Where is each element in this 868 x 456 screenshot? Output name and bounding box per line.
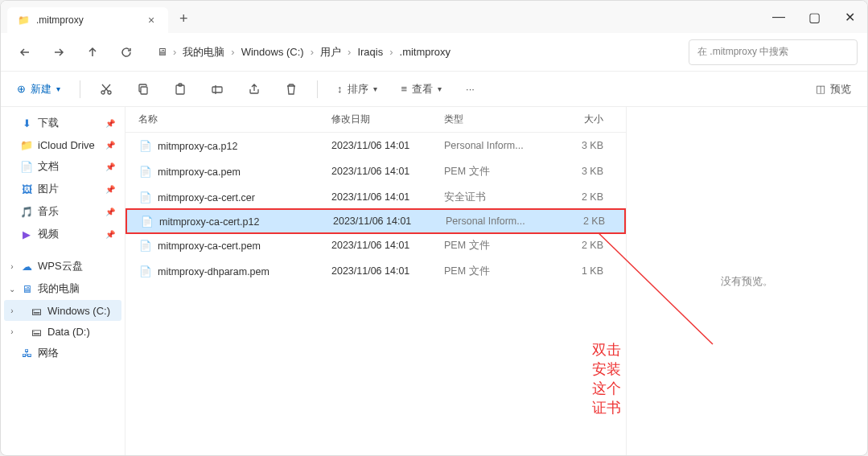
crumb-2[interactable]: 用户 (315, 42, 346, 63)
file-type: Personal Inform... (439, 140, 560, 151)
annotation-text: 双击安装这个证书 (592, 340, 626, 417)
crumb-0[interactable]: 我的电脑 (178, 42, 229, 63)
chevron-right-icon[interactable]: › (7, 262, 17, 271)
crumb-4[interactable]: .mitmproxy (395, 43, 456, 61)
nav-forward-button[interactable] (44, 38, 73, 67)
separator (80, 80, 80, 98)
chevron-down-icon: ▾ (56, 84, 60, 93)
file-icon: 📄 (138, 138, 153, 153)
svg-point-0 (101, 91, 105, 94)
pc-icon[interactable]: 🖥 (152, 38, 171, 67)
file-name: mitmproxy-ca-cert.pem (158, 240, 261, 252)
titlebar: 📁 .mitmproxy × + — ▢ ✕ (1, 1, 867, 33)
sidebar-item-mypc[interactable]: ⌄🖥我的电脑 (4, 277, 121, 300)
breadcrumb: 🖥 › 我的电脑 › Windows (C:) › 用户 › Iraqis › … (146, 38, 684, 67)
file-date: 2023/11/06 14:01 (327, 140, 439, 151)
file-name: mitmproxy-dhparam.pem (158, 266, 269, 277)
new-button[interactable]: ⊕ 新建 ▾ (12, 79, 65, 100)
file-size: 2 KB (560, 240, 608, 251)
pc-icon: 🖥 (20, 282, 33, 295)
close-button[interactable]: ✕ (832, 4, 867, 30)
view-button[interactable]: ≡ 查看 ▾ (397, 79, 447, 100)
col-date[interactable]: 修改日期 (327, 113, 439, 126)
more-button[interactable]: ··· (461, 80, 479, 98)
chevron-down-icon[interactable]: ⌄ (7, 285, 17, 294)
chevron-right-icon[interactable]: › (7, 327, 17, 336)
chevron-right-icon: › (229, 46, 236, 58)
sort-icon: ↕ (337, 83, 343, 95)
file-icon: 📄 (140, 214, 154, 228)
nav-back-button[interactable] (10, 38, 39, 67)
svg-point-1 (108, 91, 111, 94)
sidebar-item-documents[interactable]: 📄文档📌 (4, 155, 121, 178)
chevron-right-icon[interactable]: › (7, 306, 17, 315)
maximize-button[interactable]: ▢ (796, 4, 832, 30)
file-name: mitmproxy-ca-cert.p12 (159, 216, 259, 228)
sidebar-item-music[interactable]: 🎵音乐📌 (4, 200, 121, 223)
sidebar-item-downloads[interactable]: ⬇下载📌 (4, 112, 121, 134)
disk-icon: 🖴 (30, 325, 43, 338)
tab-close-icon[interactable]: × (144, 14, 158, 27)
file-row[interactable]: 📄mitmproxy-ca.pem2023/11/06 14:01PEM 文件3… (125, 158, 626, 184)
picture-icon: 🖼 (20, 183, 33, 195)
minimize-button[interactable]: — (761, 4, 796, 30)
file-date: 2023/11/06 14:01 (327, 240, 439, 251)
sidebar-item-pictures[interactable]: 🖼图片📌 (4, 178, 121, 200)
sidebar-label: 下载 (38, 116, 59, 130)
sidebar-item-network[interactable]: 🖧网络 (4, 342, 121, 364)
body: ⬇下载📌 📁iCloud Drive📌 📄文档📌 🖼图片📌 🎵音乐📌 ▶视频📌 … (1, 107, 867, 455)
pin-icon: 📌 (105, 207, 115, 216)
sidebar-item-wps[interactable]: ›☁WPS云盘 (4, 255, 121, 277)
chevron-down-icon: ▾ (373, 84, 377, 93)
file-size: 3 KB (560, 140, 608, 151)
sidebar-item-videos[interactable]: ▶视频📌 (4, 223, 121, 245)
sidebar-item-icloud[interactable]: 📁iCloud Drive📌 (4, 134, 121, 155)
cut-button[interactable] (95, 80, 117, 99)
file-name: mitmproxy-ca.pem (158, 166, 241, 178)
view-icon: ≡ (401, 83, 408, 95)
file-date: 2023/11/06 14:01 (327, 265, 439, 277)
cloud-icon: ☁ (20, 260, 33, 273)
file-row[interactable]: 📄mitmproxy-dhparam.pem2023/11/06 14:01PE… (125, 258, 626, 284)
sidebar-label: WPS云盘 (38, 259, 83, 273)
preview-toggle[interactable]: ◫ 预览 (811, 79, 856, 100)
disk-icon: 🖴 (30, 304, 43, 317)
col-name[interactable]: 名称 (134, 113, 327, 126)
sidebar-label: 图片 (38, 182, 59, 196)
new-tab-button[interactable]: + (168, 10, 200, 27)
file-row[interactable]: 📄mitmproxy-ca-cert.cer2023/11/06 14:01安全… (125, 184, 626, 210)
file-row[interactable]: 📄mitmproxy-ca.p122023/11/06 14:01Persona… (125, 133, 626, 158)
file-row[interactable]: 📄mitmproxy-ca-cert.p122023/11/06 14:01Pe… (125, 208, 626, 234)
sidebar-label: 网络 (38, 346, 59, 360)
sidebar-label: 视频 (38, 227, 59, 241)
col-size[interactable]: 大小 (560, 113, 608, 126)
crumb-1[interactable]: Windows (C:) (237, 43, 309, 61)
chevron-right-icon: › (171, 46, 178, 58)
nav-up-button[interactable] (78, 38, 107, 67)
tab-current[interactable]: 📁 .mitmproxy × (7, 7, 168, 33)
file-type: 安全证书 (439, 191, 560, 204)
video-icon: ▶ (20, 228, 33, 240)
preview-pane: 没有预览。 (626, 107, 867, 455)
share-button[interactable] (243, 80, 265, 99)
copy-button[interactable] (132, 80, 154, 99)
delete-button[interactable] (280, 80, 302, 99)
sidebar-item-drive-d[interactable]: ›🖴Data (D:) (4, 321, 121, 342)
search-input[interactable]: 在 .mitmproxy 中搜索 (689, 39, 858, 65)
rename-button[interactable] (206, 80, 228, 99)
file-name: mitmproxy-ca.p12 (158, 141, 237, 152)
file-date: 2023/11/06 14:01 (327, 166, 439, 177)
file-row[interactable]: 📄mitmproxy-ca-cert.pem2023/11/06 14:01PE… (125, 232, 626, 258)
sidebar-item-drive-c[interactable]: ›🖴Windows (C:) (4, 300, 121, 321)
preview-label: 预览 (830, 82, 851, 97)
sort-button[interactable]: ↕ 排序 ▾ (332, 79, 382, 100)
crumb-3[interactable]: Iraqis (352, 43, 388, 61)
col-type[interactable]: 类型 (439, 113, 560, 126)
file-icon: 📄 (138, 190, 153, 204)
chevron-down-icon: ▾ (438, 84, 442, 93)
pin-icon: 📌 (105, 230, 115, 239)
download-icon: ⬇ (20, 117, 33, 129)
pin-icon: 📌 (105, 185, 115, 194)
paste-button[interactable] (169, 80, 191, 99)
nav-refresh-button[interactable] (112, 38, 141, 67)
